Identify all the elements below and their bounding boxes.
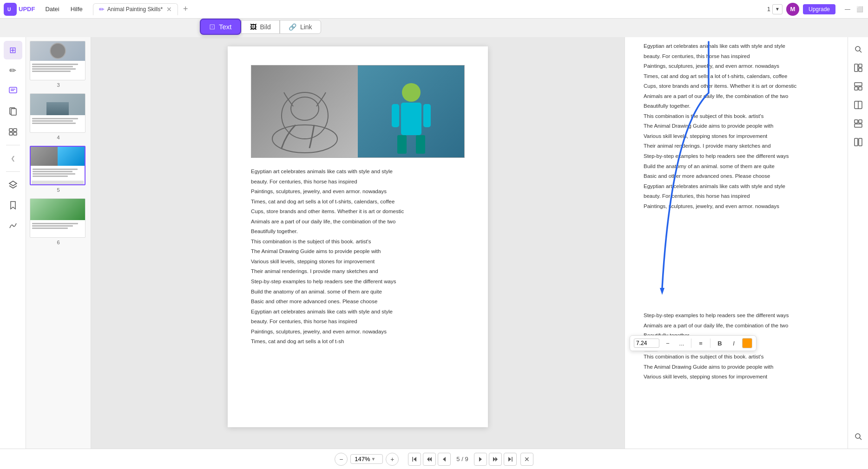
thumb-img-right — [58, 147, 85, 166]
right-line-9: Various skill levels, stepping stones fo… — [644, 132, 829, 141]
thumb-image-area-5 — [31, 147, 85, 166]
color-picker[interactable] — [742, 338, 752, 348]
svg-marker-40 — [414, 457, 416, 462]
user-avatar[interactable]: M — [786, 3, 799, 16]
doc-line-16: Paintings, sculptures, jewelry, and even… — [251, 327, 465, 337]
font-size-minus-btn[interactable]: − — [662, 338, 673, 349]
link-label: Link — [300, 23, 312, 31]
bold-btn[interactable]: B — [714, 338, 725, 349]
right-line-16: Paintings, sculptures, jewelry, and even… — [644, 202, 829, 211]
page-nav-dropdown[interactable]: ▼ — [772, 4, 783, 14]
sidebar-icon-thumbnail[interactable]: ⊞ — [4, 41, 22, 59]
nav-next-fast-button[interactable] — [489, 453, 502, 466]
tab-close-button[interactable]: ✕ — [166, 6, 172, 13]
align-left-btn[interactable]: ≡ — [695, 338, 706, 349]
document-text-content: Egyptian art celebrates animals like cat… — [251, 167, 465, 346]
nav-prev-fast-button[interactable] — [423, 453, 436, 466]
right-line-14: Egyptian art celebrates animals like cat… — [644, 182, 829, 191]
tab-animal-painting[interactable]: ✏ Animal Painting Skills* ✕ — [93, 3, 178, 15]
right-line-10: Their animal renderings. I provide many … — [644, 142, 829, 151]
sidebar-icon-collapse[interactable]: ❮ — [4, 149, 22, 168]
thumb-content-5 — [31, 147, 85, 184]
text-tool-label[interactable]: Text — [219, 23, 232, 31]
svg-rect-24 — [855, 64, 858, 72]
thumbnail-5[interactable]: 5 — [30, 146, 87, 193]
right-sidebar-search-icon[interactable] — [850, 41, 867, 58]
nav-prev-button[interactable] — [438, 453, 451, 466]
doc-line-12: Build the anatomy of an animal. some of … — [251, 287, 465, 297]
svg-marker-42 — [429, 457, 432, 462]
font-size-plus-btn[interactable]: ... — [676, 338, 687, 349]
nav-first-button[interactable] — [408, 453, 421, 466]
thumb-line — [32, 118, 78, 119]
svg-rect-28 — [855, 87, 858, 90]
bild-tool-button[interactable]: 🖼 Bild — [241, 20, 280, 34]
minimize-button[interactable]: — — [843, 5, 852, 14]
document-page: Egyptian art celebrates animals like cat… — [228, 46, 488, 427]
thumbnail-6[interactable]: 6 — [30, 198, 87, 245]
right-sidebar-panel1-icon[interactable] — [850, 59, 867, 76]
page-image — [251, 65, 465, 158]
right-sidebar-search-bottom-icon[interactable] — [850, 428, 867, 445]
thumb-text-3 — [30, 61, 85, 75]
thumb-line — [32, 120, 73, 122]
right-sidebar-panel5-icon[interactable] — [850, 134, 867, 150]
thumb-line — [33, 173, 75, 175]
nav-next-button[interactable] — [474, 453, 487, 466]
app-logo: U UPDF — [4, 3, 35, 16]
right-sidebar-panel2-icon[interactable] — [850, 78, 867, 95]
svg-marker-41 — [427, 457, 429, 462]
upgrade-button[interactable]: Upgrade — [803, 4, 835, 14]
svg-rect-33 — [859, 120, 862, 123]
svg-rect-35 — [855, 138, 858, 146]
nav-last-button[interactable] — [504, 453, 517, 466]
right-sidebar-panel4-icon[interactable] — [850, 115, 867, 132]
right-line-23: Various skill levels, stepping stones fo… — [644, 372, 829, 382]
menu-datei[interactable]: Datei — [40, 4, 64, 14]
thumbnail-4[interactable]: 4 — [30, 93, 87, 140]
sidebar-icon-layers[interactable] — [4, 176, 22, 194]
sidebar-icon-pages[interactable] — [4, 102, 22, 121]
italic-btn[interactable]: I — [728, 338, 739, 349]
right-sidebar-panel3-icon[interactable] — [850, 97, 867, 113]
sidebar-icon-organize[interactable] — [4, 123, 22, 141]
person-figure — [365, 74, 458, 157]
svg-point-22 — [855, 46, 860, 51]
zoom-dropdown-icon[interactable]: ▼ — [371, 456, 376, 462]
right-line-2: Paintings, sculptures, jewelry, and even… — [644, 62, 829, 71]
sidebar-icon-signature[interactable] — [4, 216, 22, 235]
text-format-toolbar: 7.24 − ... ≡ B I — [630, 335, 756, 351]
thumb-line — [32, 225, 73, 227]
menu-hilfe[interactable]: Hilfe — [66, 4, 87, 14]
sidebar-icon-annotation[interactable] — [4, 82, 22, 100]
font-size-input[interactable]: 7.24 — [634, 339, 659, 348]
right-line-0: Egyptian art celebrates animals like cat… — [644, 42, 829, 51]
zoom-out-button[interactable]: − — [335, 453, 348, 466]
svg-text:U: U — [7, 7, 11, 12]
svg-line-38 — [860, 438, 861, 440]
tab-add-button[interactable]: + — [180, 4, 191, 15]
right-line-7: This combination is the subject of this … — [644, 112, 829, 121]
zoom-in-button[interactable]: + — [386, 453, 399, 466]
link-tool-button[interactable]: 🔗 Link — [280, 20, 321, 34]
svg-rect-26 — [859, 68, 862, 72]
maximize-button[interactable]: ⬜ — [855, 5, 864, 14]
svg-marker-11 — [9, 181, 17, 186]
svg-rect-6 — [11, 109, 16, 115]
svg-rect-16 — [401, 103, 421, 135]
sidebar-icon-bookmark[interactable] — [4, 196, 22, 215]
doc-line-2: Paintings, sculptures, jewelry, and even… — [251, 187, 465, 196]
doc-line-17: Times, cat and dog art sells a lot of t-… — [251, 337, 465, 346]
thumb-content-3 — [30, 41, 85, 80]
thumb-content-6 — [30, 199, 85, 237]
sidebar-icon-edit[interactable]: ✏ — [4, 61, 22, 80]
thumb-label-3: 3 — [30, 82, 87, 88]
svg-rect-25 — [859, 64, 862, 67]
svg-rect-20 — [423, 104, 431, 127]
thumb-img-4 — [30, 93, 85, 133]
thumbnail-3[interactable]: 3 — [30, 41, 87, 88]
close-nav-button[interactable]: ✕ — [520, 453, 533, 466]
svg-marker-44 — [479, 457, 482, 462]
thumb-text-4 — [30, 115, 85, 127]
zoom-percentage: 147% — [355, 456, 370, 462]
